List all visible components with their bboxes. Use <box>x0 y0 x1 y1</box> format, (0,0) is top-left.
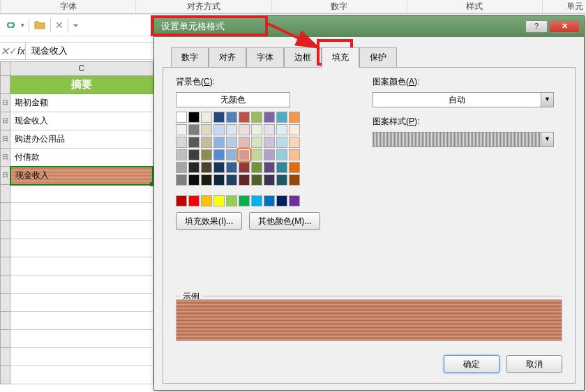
color-swatch[interactable] <box>213 195 225 206</box>
data-cell[interactable] <box>10 257 153 276</box>
color-swatch[interactable] <box>201 124 212 135</box>
chevron-down-icon[interactable]: ▼ <box>541 133 553 146</box>
color-swatch[interactable] <box>239 137 250 148</box>
color-swatch[interactable] <box>276 137 287 148</box>
cancel-button[interactable]: 取消 <box>506 355 562 373</box>
data-cell[interactable] <box>10 366 153 384</box>
color-swatch[interactable] <box>176 137 187 148</box>
tab-align[interactable]: 对齐 <box>209 47 246 68</box>
color-swatch[interactable] <box>226 162 237 173</box>
color-swatch[interactable] <box>251 124 262 135</box>
data-cell[interactable]: 付借款 <box>10 149 153 167</box>
color-swatch[interactable] <box>264 195 275 206</box>
color-swatch[interactable] <box>239 112 250 123</box>
fx-icon[interactable]: fx <box>17 45 25 56</box>
color-swatch[interactable] <box>289 149 300 160</box>
color-swatch[interactable] <box>251 112 262 123</box>
color-swatch[interactable] <box>264 112 275 123</box>
color-swatch[interactable] <box>276 149 287 160</box>
fill-effects-button[interactable]: 填充效果(I)... <box>176 212 242 230</box>
color-swatch[interactable] <box>276 112 287 123</box>
color-swatch[interactable] <box>188 195 200 206</box>
data-cell[interactable] <box>10 239 153 257</box>
color-swatch[interactable] <box>213 112 225 123</box>
data-cell[interactable]: 期初金额 <box>10 94 153 112</box>
color-swatch[interactable] <box>289 112 300 123</box>
color-swatch[interactable] <box>264 149 275 160</box>
data-cell[interactable] <box>10 330 153 348</box>
tab-border[interactable]: 边框 <box>284 47 322 68</box>
color-swatch[interactable] <box>201 112 212 123</box>
chevron-down-icon[interactable]: ▼ <box>541 93 553 107</box>
color-swatch[interactable] <box>213 174 225 186</box>
color-swatch[interactable] <box>264 162 275 173</box>
spreadsheet[interactable]: C 摘要 日期初金额 日现金收入 日购进办公用品 日付借款 日现金收入 <box>0 61 153 384</box>
color-swatch[interactable] <box>176 149 187 160</box>
color-swatch[interactable] <box>226 112 237 123</box>
color-swatch[interactable] <box>188 124 200 135</box>
data-cell[interactable] <box>10 276 153 294</box>
color-swatch[interactable] <box>251 174 262 186</box>
color-swatch[interactable] <box>188 174 200 186</box>
formula-cancel-icon[interactable]: ✕ <box>0 45 9 58</box>
color-swatch[interactable] <box>201 174 212 186</box>
color-swatch[interactable] <box>289 162 300 173</box>
folder-icon[interactable] <box>33 19 46 31</box>
color-swatch[interactable] <box>226 137 237 148</box>
color-swatch[interactable] <box>188 112 200 123</box>
color-swatch[interactable] <box>289 124 300 135</box>
color-swatch[interactable] <box>264 124 275 135</box>
data-cell[interactable]: 购进办公用品 <box>10 130 153 149</box>
color-swatch[interactable] <box>201 137 212 148</box>
other-colors-button[interactable]: 其他颜色(M)... <box>249 212 320 230</box>
header-cell[interactable]: 摘要 <box>10 76 153 94</box>
pattern-style-combo[interactable]: ▼ <box>373 132 554 147</box>
color-swatch[interactable] <box>289 195 300 206</box>
color-swatch[interactable] <box>251 137 262 148</box>
data-cell[interactable] <box>10 294 153 312</box>
color-swatch[interactable] <box>213 162 225 173</box>
color-swatch[interactable] <box>213 149 225 160</box>
close-button[interactable]: ✕ <box>549 20 580 33</box>
color-swatch[interactable] <box>226 149 237 160</box>
formula-accept-icon[interactable]: ✓ <box>9 45 17 56</box>
color-swatch[interactable] <box>176 195 187 206</box>
color-swatch[interactable] <box>276 174 287 186</box>
help-button[interactable]: ? <box>525 20 548 33</box>
color-swatch[interactable] <box>201 195 212 206</box>
tab-number[interactable]: 数字 <box>171 47 209 68</box>
dialog-titlebar[interactable]: 设置单元格格式 ? ✕ <box>154 16 584 37</box>
color-swatch[interactable] <box>213 137 225 148</box>
color-swatch[interactable] <box>276 195 287 206</box>
color-swatch[interactable] <box>176 162 187 173</box>
color-swatch[interactable] <box>239 195 250 206</box>
color-swatch[interactable] <box>239 149 250 160</box>
color-swatch[interactable] <box>201 149 212 160</box>
color-swatch[interactable] <box>276 124 287 135</box>
color-swatch[interactable] <box>188 149 200 160</box>
color-swatch[interactable] <box>264 137 275 148</box>
color-swatch[interactable] <box>239 174 250 186</box>
color-swatch[interactable] <box>251 149 262 160</box>
color-swatch[interactable] <box>226 124 237 135</box>
color-swatch[interactable] <box>239 162 250 173</box>
data-cell[interactable] <box>10 185 153 203</box>
tab-font[interactable]: 字体 <box>246 47 284 68</box>
pattern-color-combo[interactable]: 自动 ▼ <box>373 92 554 107</box>
data-cell[interactable] <box>10 203 153 221</box>
data-cell[interactable] <box>10 221 153 239</box>
data-cell[interactable] <box>10 312 153 330</box>
link-icon[interactable] <box>4 19 17 31</box>
color-swatch[interactable] <box>264 174 275 186</box>
column-header[interactable]: C <box>10 62 153 76</box>
formula-input[interactable] <box>25 43 154 59</box>
selected-cell[interactable]: 现金收入 <box>10 167 153 185</box>
color-swatch[interactable] <box>188 137 200 148</box>
color-swatch[interactable] <box>213 124 225 135</box>
corner-cell[interactable] <box>1 62 10 76</box>
dropdown-icon[interactable]: ⏷ <box>73 22 80 29</box>
data-cell[interactable]: 现金收入 <box>10 112 153 130</box>
color-swatch[interactable] <box>251 162 262 173</box>
data-cell[interactable] <box>10 348 153 366</box>
tab-protect[interactable]: 保护 <box>359 47 397 68</box>
